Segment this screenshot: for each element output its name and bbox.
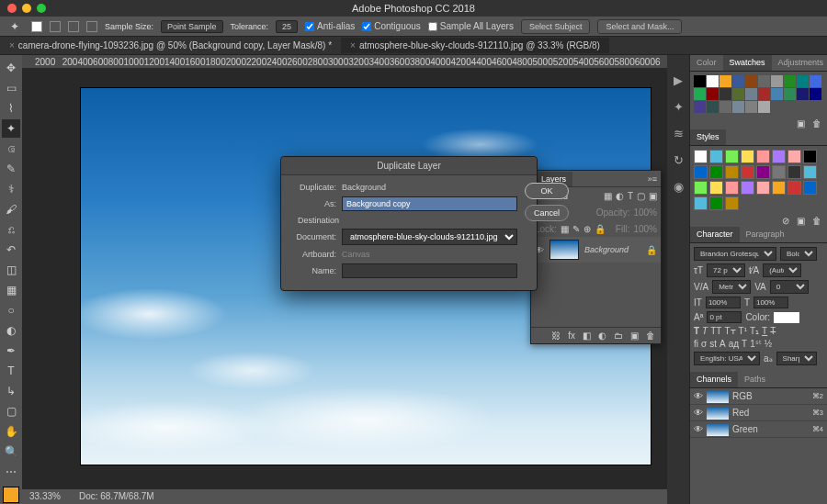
swatch-item[interactable]: [758, 101, 770, 113]
swatch-item[interactable]: [719, 88, 731, 100]
style-item[interactable]: [772, 181, 786, 195]
gradient-tool[interactable]: ▦: [2, 281, 20, 299]
swash-icon[interactable]: T: [742, 339, 747, 349]
lasso-tool[interactable]: ⌇: [2, 99, 20, 118]
filter-adj-icon[interactable]: ◐: [616, 191, 624, 201]
superscript-icon[interactable]: T¹: [739, 326, 747, 336]
tab-adjustments[interactable]: Adjustments: [772, 55, 827, 71]
language-select[interactable]: English: USA: [694, 352, 760, 365]
group-icon[interactable]: 🗀: [614, 330, 623, 341]
swatch-item[interactable]: [797, 88, 809, 100]
stylistic-icon[interactable]: st: [709, 339, 717, 349]
hscale-input[interactable]: [753, 297, 788, 308]
magic-wand-tool[interactable]: ✦: [2, 119, 20, 138]
style-item[interactable]: [756, 181, 770, 195]
leading-select[interactable]: (Auto): [763, 263, 801, 277]
crop-tool[interactable]: ⟃: [2, 140, 20, 158]
style-item[interactable]: [725, 196, 739, 210]
swatch-item[interactable]: [719, 101, 731, 113]
swatch-item[interactable]: [732, 101, 744, 113]
maximize-window[interactable]: [37, 4, 46, 13]
close-icon[interactable]: ×: [350, 40, 356, 50]
pen-tool[interactable]: ✒: [2, 342, 20, 360]
style-item[interactable]: [803, 150, 817, 163]
cancel-button[interactable]: Cancel: [525, 205, 569, 221]
link-layers-icon[interactable]: ⛓: [551, 330, 561, 341]
smallcaps-icon[interactable]: Tᴛ: [724, 326, 735, 336]
zoom-readout[interactable]: 33.33%: [29, 491, 61, 502]
sparkle-icon[interactable]: ✦: [674, 100, 684, 114]
style-item[interactable]: [725, 165, 739, 179]
style-item[interactable]: [741, 150, 754, 163]
style-item[interactable]: [694, 196, 708, 210]
tab-paragraph[interactable]: Paragraph: [740, 227, 791, 242]
edit-toolbar[interactable]: ⋯: [2, 463, 20, 481]
document-tab-2[interactable]: ×atmosphere-blue-sky-clouds-912110.jpg @…: [341, 38, 609, 53]
history-icon[interactable]: ↻: [674, 153, 684, 167]
swatch-item[interactable]: [694, 88, 706, 100]
style-item[interactable]: [709, 150, 723, 163]
style-item[interactable]: [741, 165, 754, 179]
swatch-item[interactable]: [707, 88, 719, 100]
as-input[interactable]: [342, 196, 517, 211]
opacity-value[interactable]: 100%: [633, 207, 657, 218]
kerning-select[interactable]: Metrics: [712, 280, 751, 294]
style-item[interactable]: [772, 165, 786, 179]
swatch-item[interactable]: [707, 101, 719, 113]
swatch-item[interactable]: [784, 88, 796, 100]
swatch-item[interactable]: [745, 101, 757, 113]
type-tool[interactable]: T: [2, 362, 20, 380]
swatch-item[interactable]: [784, 75, 796, 87]
move-tool[interactable]: ✥: [2, 59, 20, 77]
subscript-icon[interactable]: T₁: [750, 326, 759, 336]
swatch-item[interactable]: [745, 75, 757, 87]
swatch-item[interactable]: [810, 88, 821, 100]
healing-tool[interactable]: ⚕: [2, 180, 20, 198]
selection-add-icon[interactable]: [50, 21, 61, 32]
underline-icon[interactable]: T: [762, 326, 767, 336]
style-item[interactable]: [803, 181, 817, 195]
style-item[interactable]: [803, 165, 817, 179]
libraries-icon[interactable]: ◉: [674, 180, 684, 194]
filter-shape-icon[interactable]: ▢: [637, 191, 645, 201]
visibility-icon[interactable]: 👁: [694, 408, 703, 418]
visibility-icon[interactable]: 👁: [694, 424, 703, 434]
vscale-input[interactable]: [706, 297, 741, 308]
play-icon[interactable]: ▶: [674, 73, 683, 87]
italic-icon[interactable]: T: [702, 326, 708, 336]
close-icon[interactable]: ×: [9, 40, 15, 50]
ordinals-icon[interactable]: σ: [701, 339, 707, 349]
contiguous-checkbox[interactable]: Contiguous: [362, 21, 421, 31]
eraser-tool[interactable]: ◫: [2, 261, 20, 279]
layer-name[interactable]: Background: [584, 245, 629, 254]
swatch-item[interactable]: [719, 75, 731, 87]
brush-icon[interactable]: ≋: [674, 127, 684, 140]
brush-tool[interactable]: 🖌: [2, 200, 20, 218]
swatch-item[interactable]: [758, 75, 770, 87]
layer-mask-icon[interactable]: ◧: [583, 330, 591, 341]
path-tool[interactable]: ↳: [2, 382, 20, 400]
style-item[interactable]: [694, 165, 708, 179]
channel-row[interactable]: 👁Red⌘3: [690, 405, 827, 421]
hand-tool[interactable]: ✋: [2, 422, 20, 441]
style-item[interactable]: [725, 181, 739, 195]
swatch-item[interactable]: [694, 75, 706, 87]
fractions-icon[interactable]: aд: [729, 339, 739, 349]
swatch-item[interactable]: [771, 88, 783, 100]
style-item[interactable]: [741, 181, 754, 195]
style-item[interactable]: [725, 150, 739, 163]
stamp-tool[interactable]: ⎌: [2, 220, 20, 239]
antialiasing-select[interactable]: Sharp: [776, 352, 817, 365]
new-layer-icon[interactable]: ▣: [630, 330, 639, 341]
filter-type-icon[interactable]: T: [628, 191, 633, 201]
minimize-window[interactable]: [22, 4, 31, 13]
style-item[interactable]: [787, 150, 801, 163]
delete-style-icon[interactable]: 🗑: [812, 216, 821, 226]
style-item[interactable]: [787, 165, 801, 179]
style-item[interactable]: [756, 165, 770, 179]
lock-all-icon[interactable]: 🔒: [595, 224, 606, 234]
style-item[interactable]: [694, 181, 708, 195]
ligatures-icon[interactable]: fi: [694, 339, 698, 349]
swatch-item[interactable]: [758, 88, 770, 100]
filter-pixel-icon[interactable]: ▦: [604, 191, 612, 201]
